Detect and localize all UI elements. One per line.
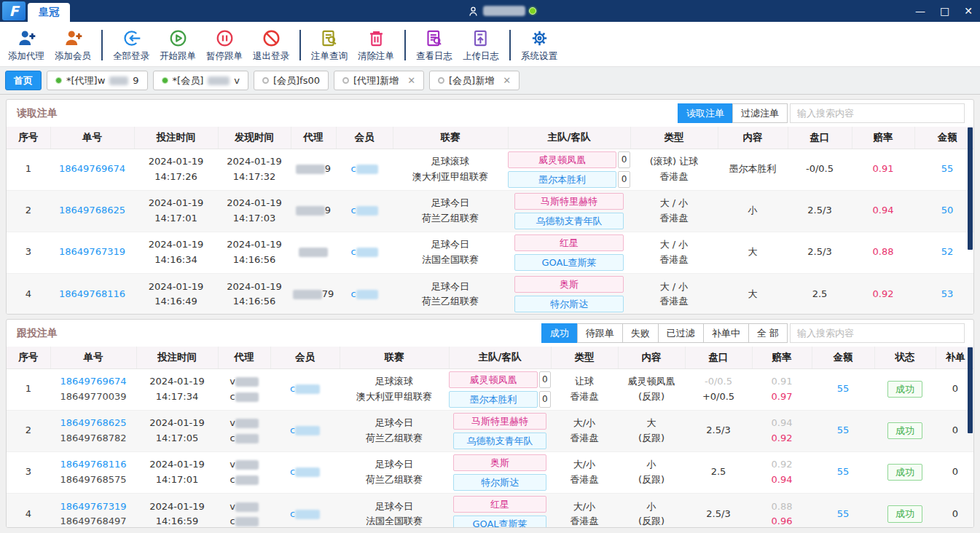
cell-text: 14:17:01 — [154, 213, 197, 224]
cell-text: 香港盘 — [660, 171, 689, 182]
teams-cell: 马斯特里赫特乌德勒支青年队 — [508, 190, 630, 232]
order-cell: 1864976811618649768575 — [50, 451, 136, 493]
tab-member-fs00[interactable]: [会员]fs00 — [254, 71, 329, 90]
session-tab-bar: 首页 *[代理]w9 *[会员]v [会员]fs00 [代理]新增 ✕ [会员]… — [0, 67, 980, 95]
login-all-button[interactable]: 全部登录 — [108, 27, 154, 63]
table-row[interactable]: 218649768625186497687822024-01-1914:17:0… — [7, 410, 974, 451]
cell-text: 14:17:32 — [233, 171, 275, 182]
filter-bets-button[interactable]: 过滤注单 — [732, 103, 788, 123]
add-member-button[interactable]: 添加会员 — [50, 27, 96, 63]
follow-panel-header: 跟投注单 成功 待跟单 失败 已过滤 补单中 全 部 — [7, 320, 973, 347]
cell-text: 9 — [325, 205, 331, 216]
masked-text — [295, 467, 320, 477]
follow-search-input[interactable] — [790, 323, 965, 343]
cell-text: 0.88 — [873, 246, 894, 257]
order-link[interactable]: 18649768625 — [60, 417, 127, 428]
masked-text — [356, 248, 378, 257]
cell-text: 2.5 — [711, 466, 726, 477]
read-search-input[interactable] — [790, 103, 965, 123]
upload-log-icon — [471, 28, 491, 48]
table-row[interactable]: 318649768116186497685752024-01-1914:17:0… — [7, 451, 974, 493]
title-bar: F 皇冠 — □ ✕ — [0, 0, 980, 22]
tab-close-icon[interactable]: ✕ — [407, 75, 415, 86]
bet-query-button[interactable]: 注单查询 — [306, 27, 353, 63]
col-bet-time: 投注时间 — [134, 127, 218, 149]
tab-close-icon[interactable]: ✕ — [503, 75, 511, 86]
order-link[interactable]: 18649767319 — [60, 501, 127, 512]
filter-filtered-button[interactable]: 已过滤 — [658, 323, 704, 343]
order-link[interactable]: 18649767319 — [59, 246, 125, 257]
user-info[interactable] — [467, 0, 536, 22]
tab-member-new[interactable]: [会员]新增 ✕ — [429, 71, 520, 90]
toolbar-label: 暂停跟单 — [206, 50, 243, 63]
masked-text — [296, 206, 325, 216]
settings-button[interactable]: 系统设置 — [516, 27, 562, 63]
view-log-button[interactable]: 查看日志 — [411, 27, 458, 63]
teams-cell: 奥斯特尔斯达 — [508, 273, 630, 315]
cell-text: 2.5/3 — [807, 205, 831, 216]
start-follow-button[interactable]: 开始跟单 — [154, 27, 201, 63]
home-team-box: 红星 — [453, 496, 546, 513]
upload-log-button[interactable]: 上传日志 — [458, 27, 504, 63]
follow-scrollbar-thumb[interactable] — [968, 347, 973, 433]
home-score: 0 — [618, 151, 630, 168]
league-cell: 足球今日荷兰乙组联赛 — [393, 190, 508, 232]
logout-button[interactable]: 退出登录 — [248, 27, 294, 63]
order-link[interactable]: 18649768116 — [59, 288, 125, 299]
tab-agent-1[interactable]: *[代理]w9 — [47, 71, 148, 90]
offline-dot-icon — [342, 77, 349, 84]
table-row[interactable]: 418649767319186497684972024-01-1914:16:5… — [7, 493, 974, 528]
tab-label: [会员]fs00 — [273, 74, 320, 87]
home-team-box: 马斯特里赫特 — [514, 193, 624, 210]
order-link[interactable]: 18649769674 — [59, 163, 125, 174]
table-row[interactable]: 4186497681162024-01-1914:16:492024-01-19… — [7, 273, 974, 315]
clear-bets-button[interactable]: 清除注单 — [353, 27, 399, 63]
status-badge: 成功 — [887, 381, 922, 398]
filter-success-button[interactable]: 成功 — [541, 323, 578, 343]
toolbar-separator — [101, 30, 103, 60]
cell-text: 14:16:56 — [233, 254, 275, 265]
tab-member-1[interactable]: *[会员]v — [153, 71, 248, 90]
amount-cell: 53 — [914, 273, 974, 315]
cell-text: 2 — [26, 205, 31, 216]
filter-failed-button[interactable]: 失败 — [622, 323, 659, 343]
bet-time-cell: 2024-01-1914:16:49 — [134, 273, 218, 315]
follow-table-header-row: 序号 单号 投注时间 代理 会员 联赛 主队/客队 类型 内容 盘口 赔率 金额… — [7, 347, 974, 368]
window-controls: — □ ✕ — [915, 0, 973, 22]
cell-text: +0/0.5 — [702, 391, 734, 402]
teams-cell: 奥斯特尔斯达 — [449, 451, 551, 493]
cell-text: (反跟) — [638, 516, 665, 526]
table-row[interactable]: 118649769674186497700392024-01-1914:17:3… — [7, 368, 974, 410]
cell-text: 9 — [325, 163, 331, 174]
toolbar-separator — [404, 30, 406, 60]
agent-cell: vc — [218, 451, 270, 493]
filter-pending-button[interactable]: 待跟单 — [577, 323, 623, 343]
tab-agent-new[interactable]: [代理]新增 ✕ — [334, 71, 424, 90]
masked-text — [296, 165, 325, 174]
read-scrollbar-thumb[interactable] — [968, 127, 973, 250]
tab-home[interactable]: 首页 — [5, 71, 42, 90]
filter-resupply-button[interactable]: 补单中 — [703, 323, 749, 343]
table-row[interactable]: 1186497696742024-01-1914:17:262024-01-19… — [7, 149, 974, 190]
maximize-button[interactable]: □ — [940, 6, 949, 16]
cell-text: 香港盘 — [571, 433, 599, 443]
pause-follow-button[interactable]: 暂停跟单 — [201, 27, 248, 63]
minimize-button[interactable]: — — [915, 6, 925, 16]
close-button[interactable]: ✕ — [964, 6, 973, 16]
order-link[interactable]: 18649769674 — [60, 376, 127, 387]
cell-text: 2024-01-19 — [149, 156, 204, 167]
offline-dot-icon — [438, 77, 444, 84]
read-bets-button[interactable]: 读取注单 — [678, 103, 733, 123]
order-cell: 18649768116 — [50, 273, 134, 315]
cell-text: 香港盘 — [660, 254, 689, 265]
app-tab-crown[interactable]: 皇冠 — [28, 3, 70, 22]
home-team-box: 马斯特里赫特 — [453, 413, 546, 430]
filter-all-button[interactable]: 全 部 — [748, 323, 788, 343]
order-link[interactable]: 18649768625 — [59, 205, 125, 216]
order-link[interactable]: 18649768116 — [60, 459, 127, 470]
table-row[interactable]: 3186497673192024-01-1914:16:342024-01-19… — [7, 232, 974, 273]
odds-cell: 0.88 — [852, 232, 914, 273]
col-type: 类型 — [551, 347, 618, 368]
table-row[interactable]: 2186497686252024-01-1914:17:012024-01-19… — [7, 190, 974, 232]
add-agent-button[interactable]: 添加代理 — [3, 27, 50, 63]
